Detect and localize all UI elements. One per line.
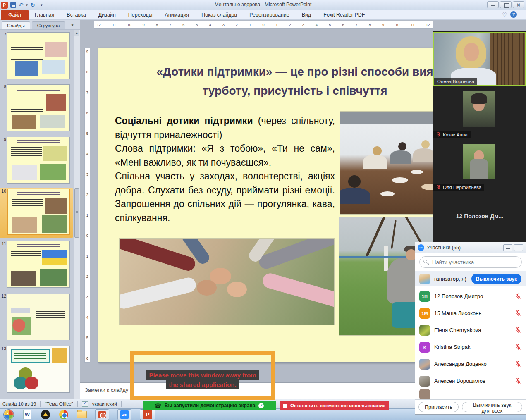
participant-name: Elena Chernyakova xyxy=(434,327,511,333)
screen-share-banner: ☎ Вы запустили демонстрацию экрана ✓ xyxy=(143,401,276,410)
scrollbar-thumb[interactable] xyxy=(74,188,79,238)
media-app-icon[interactable] xyxy=(41,410,50,420)
participant-name: Kristina Strigak xyxy=(434,344,511,350)
participant-name-label: Оля Перфильева xyxy=(443,185,481,190)
word-icon[interactable]: W xyxy=(22,410,32,420)
muted-mic-icon xyxy=(436,184,441,190)
avatar xyxy=(419,274,430,284)
participant-name-label: Олена Воронова xyxy=(437,79,474,84)
tab-transitions[interactable]: Переходы xyxy=(122,10,159,20)
stop-share-button[interactable]: Остановить совместное использование xyxy=(280,401,389,410)
participants-header[interactable]: zm Участники (55) xyxy=(415,242,526,253)
help-icon[interactable]: ? xyxy=(510,11,517,18)
slide-thumbnail-8[interactable]: 8 xyxy=(0,84,73,134)
language-indicator[interactable]: украинский xyxy=(92,401,117,406)
participant-row-partial[interactable] xyxy=(415,389,526,399)
tab-slides-thumbnails[interactable]: Слайды xyxy=(2,21,30,29)
tab-file[interactable]: Файл xyxy=(1,10,29,20)
slide-thumbnail-12[interactable]: 12 xyxy=(0,293,73,343)
minimize-button[interactable] xyxy=(487,1,499,8)
participants-panel: zm Участники (55) ганизатор, я) Выключит… xyxy=(415,242,526,415)
participant-portrait xyxy=(463,144,495,179)
start-button[interactable] xyxy=(3,409,14,420)
slide-thumbnail-11[interactable]: 11 xyxy=(0,240,73,291)
participant-name: Алексей Ворошилов xyxy=(434,378,511,384)
avatar xyxy=(419,389,430,399)
participant-search[interactable] xyxy=(419,256,522,268)
participant-name: 15 Маша Лисоконь xyxy=(434,310,511,316)
mute-all-button[interactable]: Выключить звук для всех xyxy=(462,402,522,412)
scroll-up-icon[interactable]: ▲ xyxy=(74,30,79,36)
stop-icon xyxy=(283,404,287,408)
slide-body-text[interactable]: Соціальні дотики підтримки (через спільн… xyxy=(115,114,335,225)
tab-home[interactable]: Главная xyxy=(29,10,61,20)
tab-review[interactable]: Рецензирование xyxy=(243,10,296,20)
participant-row[interactable]: К Kristina Strigak xyxy=(415,339,526,356)
tab-design[interactable]: Дизайн xyxy=(92,10,122,20)
participant-row[interactable]: Александра Доценко xyxy=(415,356,526,372)
slide-number: 12 xyxy=(1,294,6,298)
zoom-warning-overlay: Please move this window away from the sh… xyxy=(130,351,275,400)
video-tile-2[interactable]: Козак Анна xyxy=(433,86,526,138)
zoom-logo-icon: zm xyxy=(418,244,424,251)
tab-slideshow[interactable]: Показ слайдов xyxy=(195,10,243,20)
powerpoint-taskbar-icon[interactable]: P xyxy=(140,409,155,420)
explorer-icon[interactable] xyxy=(77,410,87,420)
body-paragraph-2: Слова підтримки: «Я з тобою», «Ти не сам… xyxy=(115,142,335,169)
muted-mic-icon xyxy=(515,310,521,316)
close-button[interactable] xyxy=(513,1,524,8)
muted-mic-icon xyxy=(515,344,521,350)
video-tile-4-no-video[interactable]: 12 Полозов Дм... xyxy=(433,191,526,242)
invite-button[interactable]: Пригласить xyxy=(418,402,459,412)
participant-row[interactable]: Алексей Ворошилов xyxy=(415,372,526,389)
video-tile-3[interactable]: Оля Перфильева xyxy=(433,138,526,191)
tab-insert[interactable]: Вставка xyxy=(60,10,92,20)
participant-name: Александра Доценко xyxy=(434,361,511,367)
avatar: 1М xyxy=(419,308,430,319)
warning-line2: the shared application. xyxy=(166,380,239,389)
shield-check-icon: ✓ xyxy=(258,403,264,408)
tab-view[interactable]: Вид xyxy=(296,10,318,20)
panel-minimize-button[interactable] xyxy=(503,244,512,251)
vertical-ruler: 9876543210123456 xyxy=(84,48,90,363)
slides-pane-header: Слайды Структура × xyxy=(0,20,80,30)
tab-foxit[interactable]: Foxit Reader PDF xyxy=(317,10,371,20)
restore-button[interactable] xyxy=(500,1,512,8)
slide-title-line2: турботу, присутність і співчуття xyxy=(123,81,466,100)
close-pane-icon[interactable]: × xyxy=(71,22,74,28)
search-input[interactable] xyxy=(419,256,522,268)
warning-line1: Please move this window away from xyxy=(146,370,259,380)
mute-button[interactable]: Выключить звук xyxy=(471,274,521,284)
muted-mic-icon xyxy=(515,327,521,333)
panel-maximize-button[interactable] xyxy=(514,244,523,251)
minimize-ribbon-icon[interactable]: ♡ xyxy=(502,12,507,18)
tab-outline[interactable]: Структура xyxy=(32,21,65,29)
chrome-icon[interactable] xyxy=(59,410,69,420)
slide-photo-hands-together[interactable] xyxy=(119,238,335,325)
muted-mic-icon xyxy=(515,293,521,299)
body-lead-bold: Соціальні дотики підтримки xyxy=(115,115,253,126)
tab-animations[interactable]: Анимация xyxy=(158,10,195,20)
zoom-taskbar-icon[interactable]: zm xyxy=(117,409,132,420)
slide-thumbnail-13[interactable]: 13 xyxy=(0,345,73,396)
powerpoint-viewer-icon[interactable] xyxy=(95,409,109,420)
slide-thumbnail-9[interactable]: 9 xyxy=(0,136,73,186)
participant-row-organizer[interactable]: ганизатор, я) Выключить звук xyxy=(415,271,526,286)
participant-row[interactable]: 1П 12 Полозов Дмитро xyxy=(415,288,526,305)
participant-row[interactable]: Elena Chernyakova xyxy=(415,322,526,339)
participant-row[interactable]: 1М 15 Маша Лисоконь xyxy=(415,305,526,322)
spellcheck-icon[interactable] xyxy=(82,401,88,407)
stop-share-label: Остановить совместное использование xyxy=(290,403,385,408)
horizontal-ruler: 1211109876543210123456789101112 xyxy=(94,21,433,29)
slide-number: 9 xyxy=(1,137,6,142)
participant-name: 12 Полозов Дмитро xyxy=(434,293,511,299)
slide-thumbnail-10-selected[interactable]: 10 xyxy=(0,188,73,238)
slide-thumbnail-7[interactable]: 7 xyxy=(0,31,73,82)
slide-number: 8 xyxy=(1,84,6,89)
video-tile-active-speaker[interactable]: Олена Воронова xyxy=(433,32,526,86)
slide-title[interactable]: «Дотики підтримки» — це про різні способ… xyxy=(123,62,466,100)
phone-icon: ☎ xyxy=(155,403,161,409)
slides-thumbnail-pane: 7 8 9 xyxy=(0,30,74,399)
desktop: P ↶ ▾ ↻ ▾ Ментальне здорова - Microsoft … xyxy=(0,0,526,420)
ribbon-tab-bar: Файл Главная Вставка Дизайн Переходы Ани… xyxy=(0,10,526,20)
